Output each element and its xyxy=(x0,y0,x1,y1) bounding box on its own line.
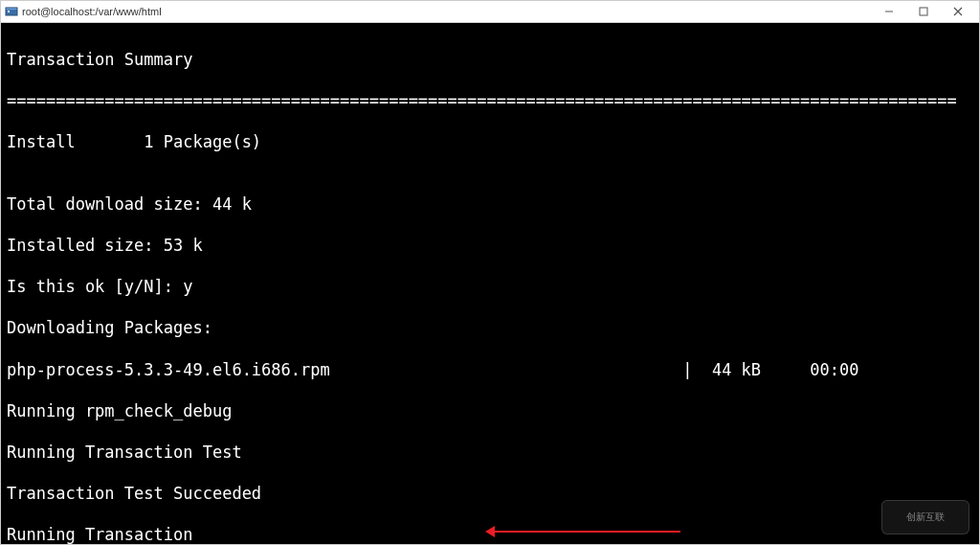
close-button[interactable] xyxy=(941,1,975,22)
title-bar[interactable]: root@localhost:/var/www/html xyxy=(1,1,979,23)
minimize-button[interactable] xyxy=(872,1,906,22)
terminal-line: Install 1 Package(s) xyxy=(7,132,973,153)
putty-icon xyxy=(5,5,18,18)
arrow-annotation xyxy=(489,531,680,533)
svg-rect-2 xyxy=(8,11,10,12)
terminal-area[interactable]: Transaction Summary ====================… xyxy=(1,23,979,544)
maximize-button[interactable] xyxy=(906,1,941,22)
terminal-line: Running Transaction Test xyxy=(7,443,973,464)
terminal-line: Installed size: 53 k xyxy=(7,236,973,257)
putty-window: root@localhost:/var/www/html Transaction… xyxy=(0,0,980,545)
svg-rect-5 xyxy=(920,8,927,15)
terminal-line: Total download size: 44 k xyxy=(7,194,973,216)
terminal-line: Downloading Packages: xyxy=(7,318,973,339)
terminal-line: Transaction Test Succeeded xyxy=(7,484,973,505)
terminal-line: php-process-5.3.3-49.el6.i686.rpm | 44 k… xyxy=(7,360,973,381)
terminal-line: ========================================… xyxy=(7,91,973,112)
terminal-line: Transaction Summary xyxy=(7,50,973,71)
terminal-line: Running rpm_check_debug xyxy=(7,401,973,422)
window-title: root@localhost:/var/www/html xyxy=(22,6,162,17)
terminal-line: Is this ok [y/N]: y xyxy=(7,277,973,298)
